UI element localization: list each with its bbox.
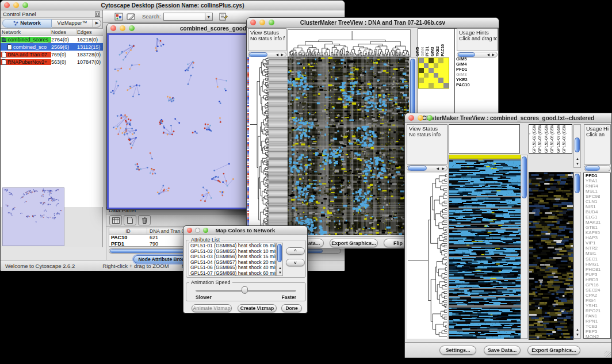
attribute-list[interactable]: GPL51-01 (GSM854) heat shock 05 minGPL51… [189, 243, 276, 276]
usage-hints-hscrollbar[interactable] [584, 165, 611, 171]
usage-hints-hscrollbar[interactable]: ◀ ▶ [457, 52, 498, 58]
secondary-heatmap[interactable] [529, 172, 573, 340]
gene-label[interactable]: KAP95 [586, 230, 610, 235]
gene-label[interactable]: HRD3 [586, 277, 610, 282]
gene-label[interactable]: CPA2 [586, 293, 610, 298]
gene-label[interactable]: SPC98 [586, 194, 610, 199]
gene-label[interactable]: PFD1 [586, 173, 610, 178]
gene-label[interactable]: MON2 [586, 334, 610, 339]
gene-label[interactable]: PEP5 [586, 329, 610, 334]
array-label[interactable]: GPL51-07 (GSM868) [556, 124, 561, 153]
move-down-button[interactable]: v [286, 259, 305, 266]
scroll-up-icon[interactable]: ▲ [576, 328, 579, 332]
attribute-item[interactable]: GPL51-07 (GSM868) heat shock 60 min [190, 271, 276, 276]
gene-label[interactable]: BUD4 [586, 209, 610, 214]
close-icon[interactable] [187, 228, 192, 233]
scroll-thumb[interactable] [585, 166, 600, 171]
gene-label[interactable]: YRA1 [586, 178, 610, 183]
attribute-editor-button[interactable] [217, 12, 230, 22]
zoom-window-icon[interactable] [203, 228, 208, 233]
gene-label[interactable]: NTR2 [586, 246, 610, 251]
scroll-thumb[interactable] [575, 137, 580, 152]
settings-button[interactable]: Settings... [439, 346, 476, 355]
gene-label[interactable]: RPN1 [586, 319, 610, 324]
matrix-column-label[interactable]: PAC10 [441, 44, 445, 56]
gene-label[interactable]: HAP3 [586, 235, 610, 240]
attribute-select-button[interactable] [109, 215, 122, 225]
close-icon[interactable] [250, 20, 256, 25]
gene-label[interactable]: PHO81 [586, 267, 610, 272]
create-vizmap-button[interactable]: Create Vizmap [238, 304, 277, 312]
gene-label[interactable]: CLN1 [586, 199, 610, 204]
minimize-icon[interactable] [195, 228, 200, 233]
speed-slider-thumb[interactable] [242, 286, 248, 294]
column-dendrogram[interactable] [288, 29, 411, 57]
matrix-column-label[interactable]: GIM3 [430, 47, 435, 56]
matrix-row-label[interactable]: PAC10 [456, 83, 479, 88]
gene-label[interactable]: NIS1 [586, 204, 610, 209]
gene-label[interactable]: GPI16 [586, 282, 610, 288]
scroll-down-icon[interactable]: ▼ [278, 271, 282, 275]
scroll-thumb[interactable] [408, 166, 427, 171]
gene-list-vscrollbar[interactable]: ▲ ▼ [573, 172, 581, 339]
matrix-column-label[interactable]: YKE2 [435, 47, 440, 57]
minimize-icon[interactable] [120, 25, 125, 31]
gene-label[interactable]: FIG4 [586, 298, 610, 303]
array-label[interactable]: GPL51-08 (GSM872) [562, 124, 567, 153]
network-row-rnapuber[interactable]: RNAPuberNov2+ 563(0) 107847(0) [1, 58, 103, 66]
tab-vizmapper[interactable]: VizMapper™ [52, 19, 93, 28]
close-icon[interactable] [110, 25, 116, 31]
zoom-window-icon[interactable] [269, 20, 274, 25]
array-labels-vscrollbar[interactable]: ▲ ▼ [573, 124, 581, 168]
tab-overflow-icon[interactable]: ▶ [93, 19, 101, 28]
network-row-combined-sco-selected[interactable]: combined_sco 2569(6) 13112(15) [1, 43, 103, 51]
scroll-left-icon[interactable]: ◀ [487, 53, 489, 57]
heatmap-vscrollbar[interactable] [521, 155, 528, 339]
network-row-combined-scores[interactable]: combined_scores_ 2764(0) 16218(0) [1, 36, 103, 43]
resize-grip[interactable] [605, 351, 611, 357]
array-label[interactable]: GPL51-06 (GSM865) [550, 124, 554, 153]
zoom-window-icon[interactable] [427, 115, 433, 121]
scroll-up-icon[interactable]: ▲ [576, 157, 579, 161]
main-titlebar[interactable]: Cytoscape Desktop (Session Name: collins… [1, 1, 345, 10]
view-status-hscrollbar[interactable]: ◀ ▶ [407, 165, 447, 171]
scroll-thumb[interactable] [575, 174, 580, 193]
gene-label[interactable]: MAK31 [586, 220, 610, 225]
dialog-titlebar[interactable]: Map Colors to Network [183, 226, 307, 235]
array-label[interactable]: GPL51-01 (GSM854) [529, 124, 530, 153]
scroll-right-icon[interactable]: ▶ [442, 167, 445, 171]
gene-label[interactable]: TCB3 [586, 324, 610, 329]
network-overview-thumbnail[interactable] [2, 187, 64, 246]
gene-label[interactable]: HMG1 [586, 262, 610, 267]
move-up-button[interactable]: ^ [286, 247, 305, 255]
gene-label[interactable]: VIP1 [586, 240, 610, 246]
gene-label[interactable]: RPO21 [586, 308, 610, 313]
row-dendrogram[interactable] [407, 173, 447, 339]
gene-list[interactable]: PFD1YRA1RNR4MSL1SPC98CLN1NIS1BUD4ELG1MAK… [583, 173, 611, 339]
network-row-dna-tran[interactable]: DNA and Tran 07 769(0) 183728(0) [1, 51, 103, 58]
scroll-left-icon[interactable]: ◀ [436, 167, 439, 171]
expression-heatmap[interactable] [288, 57, 409, 235]
zoom-window-icon[interactable] [129, 25, 135, 31]
float-panel-icon[interactable] [95, 9, 100, 19]
close-icon[interactable] [4, 2, 10, 8]
minimize-icon[interactable] [418, 115, 423, 121]
array-label[interactable]: GPL51-03 (GSM856) [538, 124, 542, 153]
export-graphics-button[interactable]: Export Graphics... [330, 239, 378, 247]
close-icon[interactable] [408, 115, 414, 121]
scroll-thumb[interactable] [249, 52, 267, 57]
scroll-thumb[interactable] [458, 52, 475, 57]
gene-label[interactable]: MSI1 [586, 251, 610, 256]
tab-network[interactable]: Network [2, 19, 52, 28]
array-label[interactable]: GPL51-04 (GSM857) [544, 124, 549, 153]
gene-label[interactable]: SEC24 [586, 288, 610, 293]
export-graphics-button[interactable]: Export Graphics... [527, 346, 580, 355]
gene-label[interactable]: MSL1 [586, 189, 610, 194]
search-dropdown-icon[interactable]: ▼ [205, 13, 213, 21]
gene-label[interactable]: YSH1 [586, 303, 610, 308]
zoom-window-icon[interactable] [22, 2, 28, 8]
animate-vizmap-button[interactable]: Animate Vizmap [192, 304, 232, 312]
attribute-list-vscrollbar[interactable]: ▲ ▼ [276, 243, 283, 276]
scroll-right-icon[interactable]: ▶ [492, 53, 495, 57]
row-dendrogram[interactable] [249, 57, 269, 235]
